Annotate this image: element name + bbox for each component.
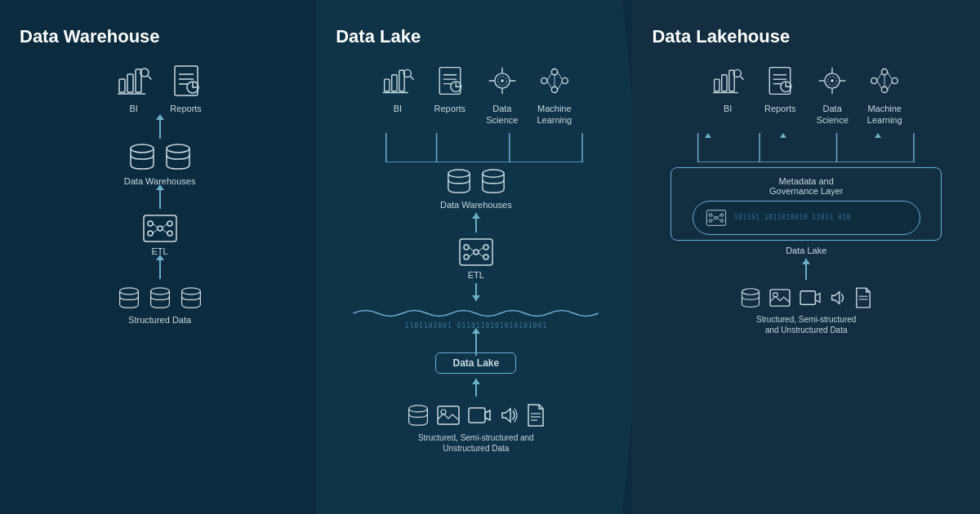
svg-point-67 [474,250,479,255]
lake-ml-item: MachineLearning [536,62,573,126]
metadata-governance-label: Metadata andGovernance Layer [769,176,844,196]
lh-structured-icons [741,286,871,309]
svg-point-68 [483,245,488,250]
svg-line-87 [741,77,744,80]
svg-rect-76 [438,406,459,424]
svg-point-44 [541,78,546,83]
reports-icon [167,62,205,100]
reports-label: Reports [170,103,202,114]
svg-point-100 [871,78,877,83]
svg-line-22 [163,229,167,233]
warehouse-title: Data Warehouse [20,26,160,47]
svg-point-120 [709,219,712,222]
svg-point-46 [551,86,557,92]
lake-dw-icons [447,167,506,195]
svg-rect-13 [144,215,176,241]
lh-reports-label: Reports [764,103,796,114]
svg-line-72 [479,247,483,251]
svg-point-66 [464,255,469,259]
lh-bi-item: BI [709,62,746,126]
svg-point-12 [167,144,189,153]
svg-line-73 [479,253,483,257]
svg-point-17 [167,221,172,226]
lh-datalake-label: Data Lake [786,246,826,255]
svg-rect-82 [715,79,719,91]
svg-line-70 [469,247,474,251]
svg-point-16 [158,226,163,231]
svg-line-48 [547,73,551,81]
svg-line-31 [410,77,413,80]
svg-point-121 [715,216,718,219]
svg-rect-26 [384,79,389,91]
svg-point-11 [131,144,154,153]
svg-line-105 [877,81,881,88]
svg-line-51 [557,82,561,90]
svg-point-123 [720,219,724,222]
lake-bi-icon [379,62,416,100]
lh-ml-item: MachineLearning [866,62,903,126]
structured-data-icons-wh [118,286,202,310]
svg-rect-129 [770,290,790,306]
svg-point-63 [483,170,504,177]
svg-point-101 [882,69,888,74]
lake-datascience-item: DataScience [483,62,521,126]
svg-rect-32 [439,68,460,95]
svg-marker-115 [780,133,786,138]
svg-point-14 [148,221,153,226]
bi-icon-item: BI [115,62,153,114]
lake-datascience-label: DataScience [486,103,518,126]
svg-line-107 [888,82,892,90]
svg-point-103 [892,78,898,83]
svg-point-62 [448,170,470,177]
metadata-governance-box: Metadata andGovernance Layer 101101 1011… [670,167,942,241]
lake-structured-label: Structured, Semi-structured and Unstruct… [394,432,558,454]
etl-icon-wh: ETL [140,212,180,256]
binary-in-metadata: 101101 1011010010 11011 010 [734,214,852,221]
lake-etl-item: ETL [457,236,496,280]
lake-datascience-icon [483,62,521,100]
lh-reports-item: Reports [761,62,799,126]
svg-rect-78 [469,408,485,423]
svg-line-71 [469,253,474,257]
svg-marker-114 [705,133,711,138]
svg-point-24 [150,288,169,295]
svg-line-49 [547,81,551,88]
lake-etl-label: ETL [468,270,484,280]
svg-point-18 [167,231,172,236]
svg-line-127 [717,218,720,220]
warehouse-top-icons: BI Reports [115,62,205,114]
lh-ds-label: DataScience [817,103,849,126]
bi-icon [115,62,153,100]
svg-rect-83 [722,75,727,91]
svg-line-104 [877,73,881,81]
svg-point-119 [709,213,712,216]
svg-line-5 [148,76,151,79]
lake-inside-metadata: 101101 1011010010 11011 010 [693,201,920,235]
svg-rect-88 [769,68,790,95]
svg-point-45 [551,69,557,74]
svg-line-20 [153,229,158,233]
lakehouse-title: Data Lakehouse [652,26,790,47]
lakehouse-section: Data Lakehouse BI [632,0,980,514]
warehouse-section: Data Warehouse BI [0,0,332,514]
lake-ml-label: MachineLearning [537,103,572,126]
lh-structured-label: Structured, Semi-structuredand Unstructu… [756,314,856,335]
svg-line-124 [711,215,715,217]
svg-point-25 [181,288,200,295]
svg-line-106 [888,72,892,79]
svg-line-50 [557,72,561,79]
lh-ds-item: DataScience [813,62,851,126]
lake-bi-item: BI [379,62,416,126]
data-warehouses-icons [129,142,191,171]
lake-reports-label: Reports [434,103,466,114]
lake-title: Data Lake [336,26,421,47]
lake-dw-label: Data Warehouses [440,200,512,210]
svg-line-126 [717,215,720,217]
lake-structured-icons [408,403,545,428]
svg-marker-116 [875,133,881,138]
lake-section: Data Lake BI [316,0,648,514]
svg-rect-27 [392,75,397,91]
lake-top-icons: BI Reports [379,62,573,126]
lh-reports-icon [761,62,799,100]
lake-reports-icon [431,62,469,100]
